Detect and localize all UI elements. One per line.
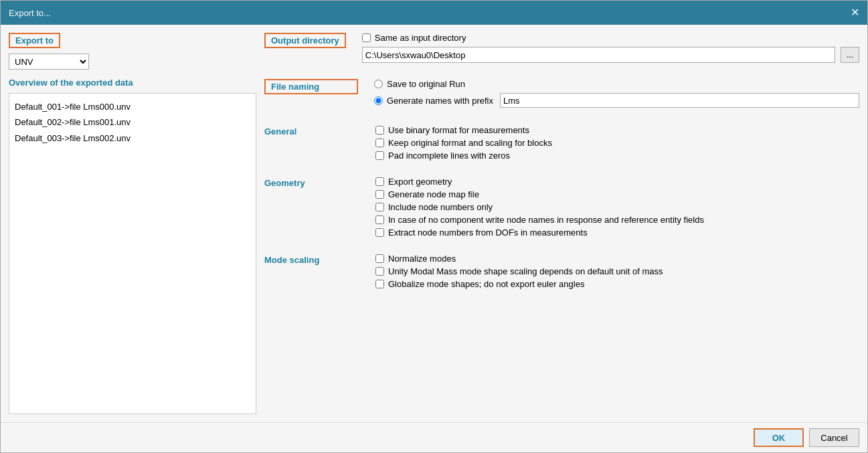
output-dir-path-row: ... [362, 47, 859, 63]
output-directory-section-label: Output directory [264, 33, 346, 48]
general-section-label-container: General [264, 125, 365, 137]
geometry-checkbox-4[interactable] [375, 228, 384, 237]
general-label: General [264, 126, 296, 137]
generate-prefix-label: Generate names with prefix [387, 96, 493, 106]
export-format-dropdown[interactable]: UNV [9, 54, 89, 70]
geometry-section: Geometry Export geometry Generate node m… [264, 177, 859, 240]
mode-scaling-option-label-2: Globalize mode shapes; do not export eul… [388, 279, 584, 289]
general-checkbox-0[interactable] [375, 126, 384, 134]
generate-prefix-radio[interactable] [374, 96, 383, 105]
file-naming-content: Save to original Run Generate names with… [374, 79, 859, 112]
general-option-2: Pad incomplete lines with zeros [375, 151, 859, 161]
general-option-label-1: Keep original format and scaling for blo… [388, 138, 552, 148]
list-item: Default_003->file Lms002.unv [15, 130, 250, 146]
geometry-option-label-3: In case of no component write node names… [388, 215, 704, 225]
geometry-checkbox-1[interactable] [375, 190, 384, 199]
geometry-option-label-0: Export geometry [388, 177, 452, 187]
title-bar: Export to... ✕ [1, 1, 867, 25]
geometry-option-2: Include node numbers only [375, 202, 859, 212]
generate-prefix-row: Generate names with prefix [374, 93, 859, 108]
mode-scaling-checkbox-2[interactable] [375, 280, 384, 288]
output-dir-input[interactable] [362, 47, 835, 63]
prefix-input[interactable] [500, 93, 859, 108]
general-option-1: Keep original format and scaling for blo… [375, 138, 859, 148]
geometry-section-label-container: Geometry [264, 177, 365, 188]
save-to-original-row: Save to original Run [374, 79, 859, 89]
mode-scaling-options: Normalize modes Unity Modal Mass mode sh… [375, 254, 859, 292]
geometry-checkbox-0[interactable] [375, 177, 384, 186]
geometry-option-3: In case of no component write node names… [375, 215, 859, 225]
same-as-input-checkbox[interactable] [362, 33, 371, 42]
same-as-input-row: Same as input directory [362, 33, 859, 43]
mode-scaling-option-label-0: Normalize modes [388, 254, 456, 264]
mode-scaling-section-label-container: Mode scaling [264, 254, 365, 265]
dialog-body: Export to UNV Overview of the exported d… [1, 25, 867, 422]
file-naming-section: File naming Save to original Run Generat… [264, 79, 859, 112]
list-item: Default_002->file Lms001.unv [15, 114, 250, 130]
cancel-button[interactable]: Cancel [809, 428, 859, 447]
geometry-checkbox-3[interactable] [375, 215, 384, 224]
general-option-0: Use binary format for measurements [375, 125, 859, 135]
overview-box: Default_001->file Lms000.unv Default_002… [9, 93, 256, 414]
geometry-checkbox-2[interactable] [375, 203, 384, 211]
mode-scaling-option-2: Globalize mode shapes; do not export eul… [375, 279, 859, 289]
geometry-option-label-4: Extract node numbers from DOFs in measur… [388, 228, 588, 238]
general-checkbox-2[interactable] [375, 151, 384, 160]
mode-scaling-label: Mode scaling [264, 255, 319, 265]
geometry-option-label-2: Include node numbers only [388, 202, 493, 212]
output-directory-label: Output directory [271, 35, 339, 46]
dialog-title: Export to... [9, 8, 51, 18]
browse-button[interactable]: ... [841, 47, 859, 63]
export-to-section-label: Export to [9, 33, 60, 48]
general-section: General Use binary format for measuremen… [264, 125, 859, 163]
overview-label: Overview of the exported data [9, 78, 256, 88]
geometry-options: Export geometry Generate node map file I… [375, 177, 859, 240]
general-option-label-2: Pad incomplete lines with zeros [388, 151, 510, 161]
geometry-option-1: Generate node map file [375, 189, 859, 199]
save-to-original-radio[interactable] [374, 80, 383, 88]
ok-button[interactable]: OK [754, 428, 804, 447]
geometry-option-4: Extract node numbers from DOFs in measur… [375, 228, 859, 238]
file-naming-section-label: File naming [264, 79, 358, 94]
save-to-original-label: Save to original Run [387, 79, 465, 89]
export-format-row: UNV [9, 54, 256, 70]
mode-scaling-checkbox-1[interactable] [375, 267, 384, 276]
geometry-label: Geometry [264, 178, 305, 188]
output-directory-section: Output directory Same as input directory… [264, 33, 859, 68]
mode-scaling-checkbox-0[interactable] [375, 254, 384, 263]
mode-scaling-option-1: Unity Modal Mass mode shape scaling depe… [375, 266, 859, 276]
output-directory-content: Same as input directory ... [362, 33, 859, 68]
mode-scaling-option-0: Normalize modes [375, 254, 859, 264]
geometry-option-0: Export geometry [375, 177, 859, 187]
export-dialog: Export to... ✕ Export to UNV Overview of… [0, 0, 868, 453]
mode-scaling-option-label-1: Unity Modal Mass mode shape scaling depe… [388, 266, 663, 276]
general-option-label-0: Use binary format for measurements [388, 125, 529, 135]
left-panel: Export to UNV Overview of the exported d… [9, 33, 256, 414]
mode-scaling-section: Mode scaling Normalize modes Unity Modal… [264, 254, 859, 292]
right-panel: Output directory Same as input directory… [264, 33, 859, 414]
list-item: Default_001->file Lms000.unv [15, 99, 250, 114]
geometry-option-label-1: Generate node map file [388, 189, 479, 199]
general-checkbox-1[interactable] [375, 139, 384, 147]
close-button[interactable]: ✕ [851, 7, 859, 18]
same-as-input-label: Same as input directory [375, 33, 466, 43]
dialog-footer: OK Cancel [1, 422, 867, 452]
file-naming-label: File naming [271, 82, 319, 92]
export-to-label: Export to [15, 35, 54, 46]
general-options: Use binary format for measurements Keep … [375, 125, 859, 163]
